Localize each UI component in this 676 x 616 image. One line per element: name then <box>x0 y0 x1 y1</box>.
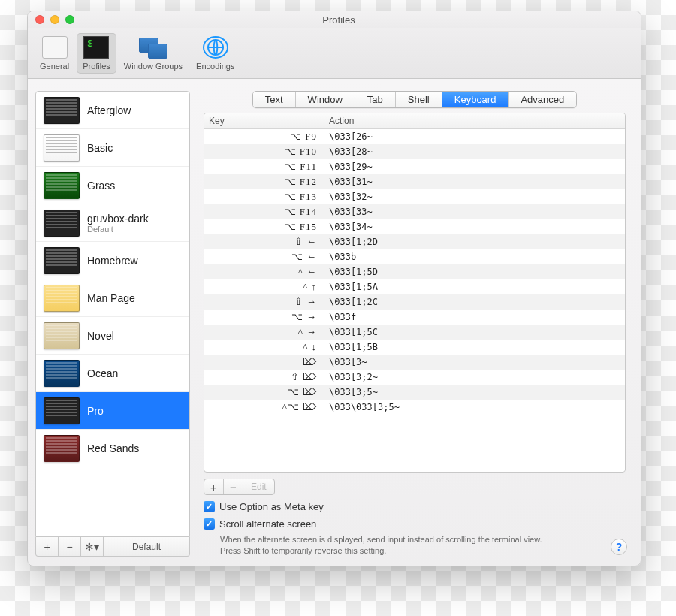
cell-action: \033[33~ <box>324 207 625 217</box>
table-row[interactable]: ^ →\033[1;5C <box>204 325 625 340</box>
table-row[interactable]: ⌥ F15\033[34~ <box>204 219 625 234</box>
edit-binding-button[interactable]: Edit <box>243 479 274 494</box>
tabs: TextWindowTabShellKeyboardAdvanced <box>252 91 577 108</box>
profile-name: Grass <box>87 180 115 192</box>
tabbar: TextWindowTabShellKeyboardAdvanced <box>204 91 626 108</box>
table-row[interactable]: ⌥ F11\033[29~ <box>204 159 625 174</box>
col-key[interactable]: Key <box>204 113 324 128</box>
profile-name: Pro <box>87 405 104 417</box>
table-row[interactable]: ⌥ F14\033[33~ <box>204 204 625 219</box>
cell-action: \033b <box>324 252 625 262</box>
table-row[interactable]: ⌦\033[3~ <box>204 355 625 370</box>
cell-action: \033[1;5C <box>324 327 625 337</box>
cell-action: \033[3;5~ <box>324 387 625 397</box>
toolbar-label: Window Groups <box>124 62 183 71</box>
profile-row-gruvbox-dark[interactable]: gruvbox-darkDefault <box>36 204 189 242</box>
profile-row-man-page[interactable]: Man Page <box>36 279 189 317</box>
table-header: Key Action <box>204 113 625 129</box>
globe-icon <box>203 36 228 59</box>
table-row[interactable]: ⇧ →\033[1;2C <box>204 294 625 310</box>
profile-row-red-sands[interactable]: Red Sands <box>36 430 189 467</box>
table-body[interactable]: ⌥ F9\033[26~⌥ F10\033[28~⌥ F11\033[29~⌥ … <box>204 129 625 472</box>
tab-encodings[interactable]: Encodings <box>190 33 240 74</box>
toolbar-label: General <box>40 62 69 71</box>
scroll-alt-label: Scroll alternate screen <box>219 518 316 530</box>
window-groups-icon <box>139 36 167 59</box>
table-row[interactable]: ⇧ ←\033[1;2D <box>204 234 625 249</box>
profile-row-grass[interactable]: Grass <box>36 167 189 204</box>
option-meta-checkbox[interactable]: ✓ <box>204 501 215 512</box>
profile-thumbnail <box>44 210 80 237</box>
tab-advanced[interactable]: Advanced <box>509 92 576 107</box>
key-table: Key Action ⌥ F9\033[26~⌥ F10\033[28~⌥ F1… <box>204 113 626 473</box>
cell-key: ^ → <box>204 326 324 338</box>
table-row[interactable]: ⌥ F9\033[26~ <box>204 129 625 144</box>
table-row[interactable]: ⌥ →\033f <box>204 310 625 325</box>
tab-tab[interactable]: Tab <box>355 92 396 107</box>
remove-binding-button[interactable]: − <box>224 479 243 494</box>
sidebar-toolbar: + − ✻▾ Default <box>35 537 190 557</box>
window-title: Profiles <box>44 14 633 26</box>
cell-key: ⌥ ← <box>204 251 324 263</box>
cell-action: \033[28~ <box>324 146 625 157</box>
tab-window[interactable]: Window <box>296 92 355 107</box>
toolbar: General Profiles Window Groups Encodings <box>28 28 641 79</box>
table-row[interactable]: ⇧ ⌦\033[3;2~ <box>204 370 625 385</box>
cell-action: \033[3~ <box>324 357 625 367</box>
titlebar: Profiles <box>28 11 641 28</box>
cell-key: ⌥ F12 <box>204 176 324 188</box>
table-row[interactable]: ⌥ F12\033[31~ <box>204 174 625 189</box>
cell-action: \033[32~ <box>324 192 625 202</box>
profile-row-homebrew[interactable]: Homebrew <box>36 242 189 279</box>
profile-actions-menu[interactable]: ✻▾ <box>81 537 104 556</box>
cell-action: \033[31~ <box>324 177 625 187</box>
tab-shell[interactable]: Shell <box>396 92 442 107</box>
col-action[interactable]: Action <box>324 113 625 128</box>
table-row[interactable]: ⌥ ←\033b <box>204 249 625 264</box>
cell-key: ⌥ F11 <box>204 161 324 173</box>
cell-action: \033[3;2~ <box>324 372 625 382</box>
profile-thumbnail <box>44 97 80 124</box>
scroll-alt-checkbox[interactable]: ✓ <box>204 518 215 530</box>
tab-window-groups[interactable]: Window Groups <box>118 33 189 74</box>
table-row[interactable]: ^ ↑\033[1;5A <box>204 279 625 294</box>
profile-row-ocean[interactable]: Ocean <box>36 355 189 392</box>
table-row[interactable]: ^⌥ ⌦\033\033[3;5~ <box>204 400 625 415</box>
tab-text[interactable]: Text <box>253 92 296 107</box>
add-binding-button[interactable]: + <box>204 479 224 494</box>
profile-name: Ocean <box>87 367 118 379</box>
tab-general[interactable]: General <box>34 33 75 74</box>
profile-row-afterglow[interactable]: Afterglow <box>36 92 189 129</box>
profile-row-novel[interactable]: Novel <box>36 317 189 355</box>
tab-profiles[interactable]: Profiles <box>77 33 116 74</box>
profile-row-pro[interactable]: Pro <box>36 392 189 430</box>
main-panel: TextWindowTabShellKeyboardAdvanced Key A… <box>204 91 626 557</box>
cell-key: ⌥ ⌦ <box>204 386 324 398</box>
table-row[interactable]: ⌥ F13\033[32~ <box>204 189 625 204</box>
table-row[interactable]: ^ ←\033[1;5D <box>204 264 625 279</box>
preferences-window: Profiles General Profiles Window Groups … <box>27 11 641 566</box>
profile-list[interactable]: AfterglowBasicGrassgruvbox-darkDefaultHo… <box>35 91 190 537</box>
close-icon[interactable] <box>35 15 44 24</box>
set-default-button[interactable]: Default <box>104 537 189 556</box>
add-profile-button[interactable]: + <box>36 537 59 556</box>
cell-action: \033\033[3;5~ <box>324 402 625 412</box>
cell-key: ^ ↑ <box>204 281 324 293</box>
remove-profile-button[interactable]: − <box>59 537 81 556</box>
cell-action: \033[1;2C <box>324 297 625 307</box>
table-row[interactable]: ⌥ ⌦\033[3;5~ <box>204 385 625 400</box>
tab-keyboard[interactable]: Keyboard <box>442 92 509 107</box>
option-meta-label: Use Option as Meta key <box>219 501 324 512</box>
cell-key: ⌥ F15 <box>204 221 324 233</box>
help-button[interactable]: ? <box>611 539 627 555</box>
toolbar-label: Profiles <box>83 62 110 71</box>
table-row[interactable]: ^ ↓\033[1;5B <box>204 340 625 355</box>
cell-action: \033[1;2D <box>324 237 625 247</box>
cell-key: ^ ↓ <box>204 341 324 353</box>
profile-row-basic[interactable]: Basic <box>36 129 189 167</box>
profile-name: Basic <box>87 142 113 154</box>
cell-key: ⌥ F14 <box>204 206 324 218</box>
sidebar: AfterglowBasicGrassgruvbox-darkDefaultHo… <box>35 91 190 557</box>
profile-thumbnail <box>44 435 80 462</box>
table-row[interactable]: ⌥ F10\033[28~ <box>204 144 625 159</box>
